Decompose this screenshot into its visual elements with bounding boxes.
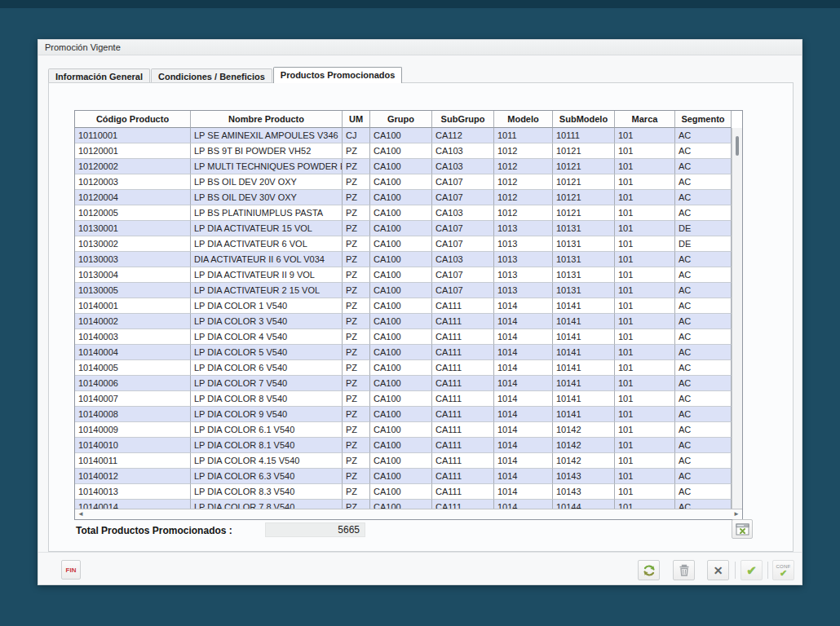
table-cell: 10140002 bbox=[75, 314, 191, 329]
table-row[interactable]: 10120002LP MULTI TECHNIQUES POWDER ESPPZ… bbox=[75, 159, 732, 174]
table-cell: CA103 bbox=[432, 143, 494, 159]
column-header[interactable]: Segmento bbox=[675, 111, 732, 128]
table-cell: PZ bbox=[343, 314, 370, 329]
table-row[interactable]: 10130003DIA ACTIVATEUR II 6 VOL V034PZCA… bbox=[75, 252, 732, 267]
table-cell: CA107 bbox=[432, 283, 494, 298]
table-row[interactable]: 10140008LP DIA COLOR 9 V540PZCA100CA1111… bbox=[75, 407, 732, 422]
vertical-scrollbar-thumb[interactable] bbox=[736, 136, 739, 156]
table-cell: 10120001 bbox=[75, 143, 191, 159]
column-header[interactable]: Modelo bbox=[494, 111, 553, 128]
table-row[interactable]: 10140011LP DIA COLOR 4.15 V540PZCA100CA1… bbox=[75, 453, 732, 469]
table-cell: AC bbox=[675, 298, 732, 314]
table-cell: 101 bbox=[615, 376, 675, 391]
table-cell: 10120003 bbox=[75, 174, 191, 190]
table-cell: LP DIA COLOR 1 V540 bbox=[191, 298, 343, 314]
table-row[interactable]: 10120004LP BS OIL DEV 30V OXYPZCA100CA10… bbox=[75, 190, 732, 205]
table-cell: 101 bbox=[615, 438, 675, 453]
table-cell: AC bbox=[675, 252, 732, 267]
table-cell: AC bbox=[675, 143, 732, 159]
table-cell: AC bbox=[675, 159, 732, 174]
table-cell: CA100 bbox=[370, 283, 432, 298]
table-row[interactable]: 10130002LP DIA ACTIVATEUR 6 VOLPZCA100CA… bbox=[75, 236, 732, 252]
table-row[interactable]: 10140010LP DIA COLOR 8.1 V540PZCA100CA11… bbox=[75, 438, 732, 453]
table-cell: 10143 bbox=[553, 484, 615, 500]
table-cell: 10120004 bbox=[75, 190, 191, 205]
delete-button[interactable] bbox=[673, 560, 695, 580]
table-row[interactable]: 10140007LP DIA COLOR 8 V540PZCA100CA1111… bbox=[75, 391, 732, 407]
table-cell: AC bbox=[675, 283, 732, 298]
table-cell: LP DIA COLOR 9 V540 bbox=[191, 407, 343, 422]
table-cell: 10141 bbox=[553, 407, 615, 422]
table-row[interactable]: 10110001LP SE AMINEXIL AMPOULES V346CJCA… bbox=[75, 128, 732, 143]
table-row[interactable]: 10140014LP DIA COLOR 7.8 V540PZCA100CA11… bbox=[75, 500, 732, 509]
column-header[interactable]: Grupo bbox=[370, 111, 432, 128]
table-cell: PZ bbox=[343, 422, 370, 438]
table-cell: 101 bbox=[615, 128, 675, 143]
accept-button[interactable]: ✔ bbox=[741, 560, 763, 580]
table-cell: CA100 bbox=[370, 205, 432, 221]
table-row[interactable]: 10140003LP DIA COLOR 4 V540PZCA100CA1111… bbox=[75, 329, 732, 345]
vertical-scrollbar[interactable] bbox=[732, 128, 742, 509]
conf-check-icon: ✔ bbox=[780, 569, 787, 578]
column-header[interactable]: SubGrupo bbox=[432, 111, 494, 128]
table-cell: PZ bbox=[343, 236, 370, 252]
excel-export-button[interactable] bbox=[732, 519, 753, 539]
horizontal-scrollbar[interactable]: ◄ ► bbox=[75, 509, 742, 519]
table-cell: 10141 bbox=[553, 376, 615, 391]
table-row[interactable]: 10120001LP BS 9T BI POWDER VH52PZCA100CA… bbox=[75, 143, 732, 159]
cancel-button[interactable]: ✕ bbox=[707, 560, 729, 580]
table-cell: CA111 bbox=[432, 376, 494, 391]
scroll-left-arrow-icon[interactable]: ◄ bbox=[75, 509, 86, 519]
column-header[interactable]: UM bbox=[343, 111, 370, 128]
table-cell: 1014 bbox=[494, 438, 553, 453]
table-cell: 10120005 bbox=[75, 205, 191, 221]
table-cell: 10121 bbox=[553, 159, 615, 174]
table-cell: LP DIA COLOR 5 V540 bbox=[191, 345, 343, 360]
table-cell: PZ bbox=[343, 484, 370, 500]
table-row[interactable]: 10140005LP DIA COLOR 6 V540PZCA100CA1111… bbox=[75, 360, 732, 376]
tab-condiciones-beneficios[interactable]: Condiciones / Beneficios bbox=[151, 68, 272, 83]
column-header[interactable]: Marca bbox=[615, 111, 675, 128]
table-cell: PZ bbox=[343, 174, 370, 190]
table-row[interactable]: 10140001LP DIA COLOR 1 V540PZCA100CA1111… bbox=[75, 298, 732, 314]
column-header[interactable]: Nombre Producto bbox=[191, 111, 343, 128]
table-cell: CA100 bbox=[370, 143, 432, 159]
table-row[interactable]: 10120003LP BS OIL DEV 20V OXYPZCA100CA10… bbox=[75, 174, 732, 190]
table-cell: PZ bbox=[343, 298, 370, 314]
table-row[interactable]: 10130005LP DIA ACTIVATEUR 2 15 VOLPZCA10… bbox=[75, 283, 732, 298]
table-cell: LP BS 9T BI POWDER VH52 bbox=[191, 143, 343, 159]
table-cell: 10142 bbox=[553, 438, 615, 453]
table-cell: 10131 bbox=[553, 267, 615, 283]
scroll-right-arrow-icon[interactable]: ► bbox=[731, 509, 742, 519]
tab-productos-promocionados[interactable]: Productos Promocionados bbox=[273, 67, 403, 83]
table-row[interactable]: 10140009LP DIA COLOR 6.1 V540PZCA100CA11… bbox=[75, 422, 732, 438]
table-cell: DE bbox=[675, 221, 732, 236]
table-cell: 10140008 bbox=[75, 407, 191, 422]
column-header[interactable]: SubModelo bbox=[553, 111, 615, 128]
table-cell: LP DIA COLOR 6 V540 bbox=[191, 360, 343, 376]
table-row[interactable]: 10140012LP DIA COLOR 6.3 V540PZCA100CA11… bbox=[75, 469, 732, 484]
table-row[interactable]: 10140013LP DIA COLOR 8.3 V540PZCA100CA11… bbox=[75, 484, 732, 500]
table-cell: AC bbox=[675, 500, 732, 509]
button-separator bbox=[767, 562, 768, 579]
products-grid: Código ProductoNombre ProductoUMGrupoSub… bbox=[74, 110, 743, 520]
refresh-button[interactable] bbox=[638, 560, 660, 580]
table-row[interactable]: 10140002LP DIA COLOR 3 V540PZCA100CA1111… bbox=[75, 314, 732, 329]
fin-button[interactable]: FIN bbox=[61, 560, 81, 580]
table-cell: PZ bbox=[343, 453, 370, 469]
confirm-button[interactable]: CONF ✔ bbox=[772, 560, 794, 580]
tab-informacion-general[interactable]: Información General bbox=[48, 68, 150, 83]
column-header[interactable]: Código Producto bbox=[75, 111, 191, 128]
table-row[interactable]: 10120005LP BS PLATINIUMPLUS PASTAPZCA100… bbox=[75, 205, 732, 221]
table-row[interactable]: 10140004LP DIA COLOR 5 V540PZCA100CA1111… bbox=[75, 345, 732, 360]
table-row[interactable]: 10130001LP DIA ACTIVATEUR 15 VOLPZCA100C… bbox=[75, 221, 732, 236]
table-cell: 1011 bbox=[494, 128, 553, 143]
table-cell: LP DIA ACTIVATEUR 2 15 VOL bbox=[191, 283, 343, 298]
table-cell: 10142 bbox=[553, 422, 615, 438]
table-row[interactable]: 10140006LP DIA COLOR 7 V540PZCA100CA1111… bbox=[75, 376, 732, 391]
table-cell: 1013 bbox=[494, 267, 553, 283]
table-cell: 101 bbox=[615, 205, 675, 221]
check-icon: ✔ bbox=[746, 564, 757, 576]
table-cell: CA100 bbox=[370, 267, 432, 283]
table-row[interactable]: 10130004LP DIA ACTIVATEUR II 9 VOLPZCA10… bbox=[75, 267, 732, 283]
